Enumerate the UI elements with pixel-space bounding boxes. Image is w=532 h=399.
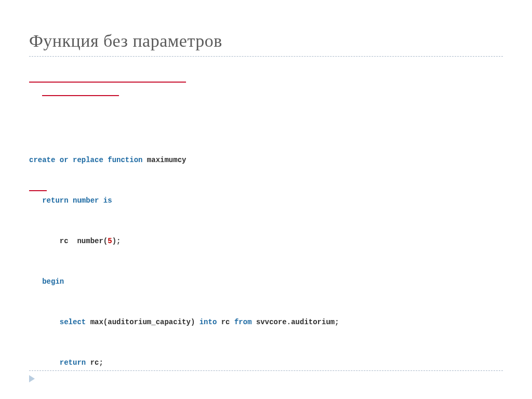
code-block: create or replace function maximumcy ret… xyxy=(29,72,503,399)
identifier: auditorium xyxy=(291,318,335,326)
code-line: select max(auditorium_capacity) into rc … xyxy=(29,315,503,329)
keyword: number xyxy=(69,196,99,205)
identifier: rc xyxy=(217,318,230,326)
keyword: from xyxy=(230,318,252,326)
code-line: return number is xyxy=(29,194,503,207)
punct: ; xyxy=(99,358,103,367)
identifier: maximumcy xyxy=(142,156,186,164)
code-line: create or replace function maximumcy xyxy=(29,153,503,167)
underline-annotation xyxy=(29,82,186,83)
number: 5 xyxy=(108,237,112,245)
punct: ( xyxy=(103,318,108,326)
identifier: max xyxy=(86,318,103,326)
slide: Функция без параметров create or replace… xyxy=(0,0,532,399)
divider-bottom xyxy=(29,370,503,371)
punct: ); xyxy=(112,237,121,245)
keyword: return xyxy=(42,196,68,205)
keyword: return xyxy=(60,358,86,367)
identifier: svvcore xyxy=(252,318,287,326)
divider-top xyxy=(29,56,503,57)
keyword: select xyxy=(60,318,86,326)
code-line: rc number(5); xyxy=(29,234,503,248)
identifier: number xyxy=(69,237,103,245)
underline-annotation xyxy=(42,95,119,96)
underline-annotation xyxy=(29,190,47,191)
code-line: return rc; xyxy=(29,356,503,369)
code-line: exception xyxy=(29,396,503,399)
keyword: into xyxy=(195,318,217,326)
identifier: auditorium_capacity xyxy=(108,318,191,326)
punct: ( xyxy=(103,237,108,245)
punct: . xyxy=(287,318,291,326)
keyword: is xyxy=(99,196,112,205)
code-line: begin xyxy=(29,275,503,288)
identifier: rc xyxy=(60,237,69,245)
keyword: begin xyxy=(42,277,64,286)
keyword: create or replace function xyxy=(29,156,142,164)
bullet-marker-icon xyxy=(29,375,35,382)
identifier: rc xyxy=(86,358,99,367)
punct: ; xyxy=(335,318,339,326)
slide-title: Функция без параметров xyxy=(29,31,503,51)
